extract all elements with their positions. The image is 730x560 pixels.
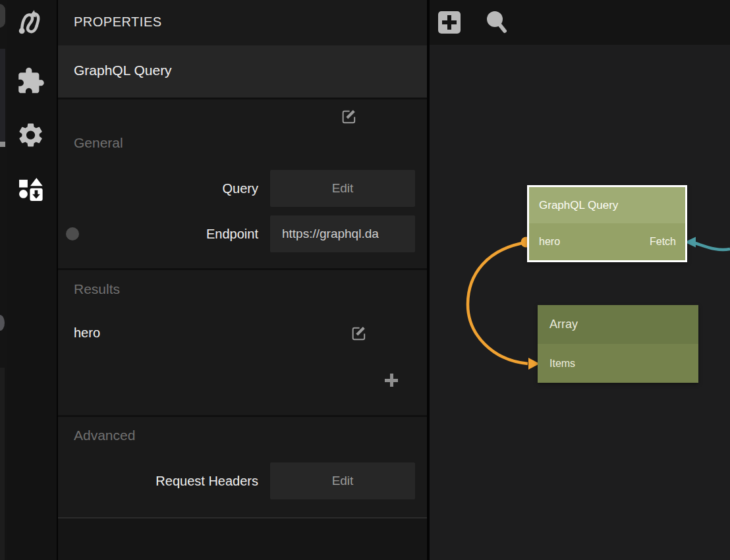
general-section-label: General — [74, 135, 123, 151]
section-divider — [58, 98, 427, 99]
panel-footer — [58, 517, 427, 560]
properties-panel: PROPERTIES GraphQL Query — [58, 0, 427, 560]
results-section-label: Results — [74, 281, 120, 297]
node-array[interactable]: Array Items — [538, 305, 698, 383]
result-item-name: hero — [74, 325, 100, 341]
advanced-section-label: Advanced — [74, 428, 135, 443]
sidebar-item-plugins[interactable] — [15, 65, 47, 97]
node-canvas[interactable]: GraphQL Query hero Fetch Array Items — [430, 0, 730, 560]
properties-header: PROPERTIES — [58, 0, 427, 45]
endpoint-input[interactable] — [270, 215, 415, 252]
edit-pencil-icon — [350, 324, 368, 345]
section-divider — [58, 415, 427, 417]
edge-highlight-bar — [0, 142, 5, 147]
shapes-import-icon — [17, 176, 45, 204]
node-title[interactable]: Array — [538, 305, 698, 344]
edge-blob — [0, 4, 5, 28]
edge-bottom-sliver — [0, 368, 5, 560]
sidebar-item-components[interactable] — [15, 174, 47, 206]
section-divider — [58, 268, 427, 270]
edit-pencil-icon — [340, 107, 358, 128]
connection-layer — [430, 0, 730, 560]
edge-knob — [0, 315, 5, 331]
request-headers-label: Request Headers — [58, 462, 258, 499]
selected-node-label: GraphQL Query — [74, 63, 172, 78]
port-items-input[interactable]: Items — [549, 358, 575, 370]
port-fetch-input[interactable]: Fetch — [650, 236, 676, 248]
app-window: PROPERTIES GraphQL Query — [0, 0, 730, 560]
query-label: Query — [58, 170, 258, 207]
selected-node-row[interactable]: GraphQL Query — [58, 45, 427, 98]
endpoint-label: Endpoint — [58, 215, 258, 252]
add-result-button[interactable] — [383, 372, 400, 389]
node-title[interactable]: GraphQL Query — [529, 187, 685, 223]
query-edit-button[interactable]: Edit — [270, 170, 415, 207]
puzzle-icon — [16, 67, 45, 96]
rename-node-button[interactable] — [339, 108, 359, 128]
nodes-wire-icon — [16, 7, 46, 38]
edit-result-button[interactable] — [349, 325, 369, 345]
node-graphql-query[interactable]: GraphQL Query hero Fetch — [527, 185, 687, 262]
port-hero-output[interactable]: hero — [539, 236, 560, 248]
properties-title: PROPERTIES — [74, 14, 162, 30]
sidebar-item-settings[interactable] — [15, 119, 47, 151]
sidebar-item-nodes[interactable] — [15, 7, 47, 38]
sidebar-rail — [7, 0, 58, 560]
edge-panel-sliver — [0, 49, 5, 142]
gear-icon — [16, 121, 45, 150]
connection-offscreen-to-fetch[interactable] — [685, 237, 730, 250]
request-headers-edit-button[interactable]: Edit — [270, 462, 415, 499]
edge-strip — [0, 0, 7, 560]
